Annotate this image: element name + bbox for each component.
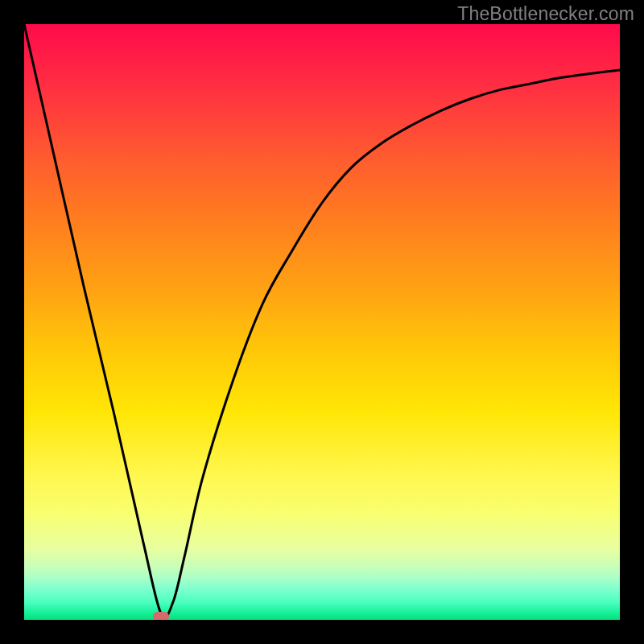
optimum-marker bbox=[153, 612, 169, 620]
plot-area bbox=[24, 24, 620, 620]
watermark-text: TheBottlenecker.com bbox=[457, 3, 634, 25]
bottleneck-curve bbox=[24, 24, 620, 620]
chart-frame: TheBottlenecker.com bbox=[0, 0, 644, 644]
curve-path bbox=[24, 24, 620, 617]
